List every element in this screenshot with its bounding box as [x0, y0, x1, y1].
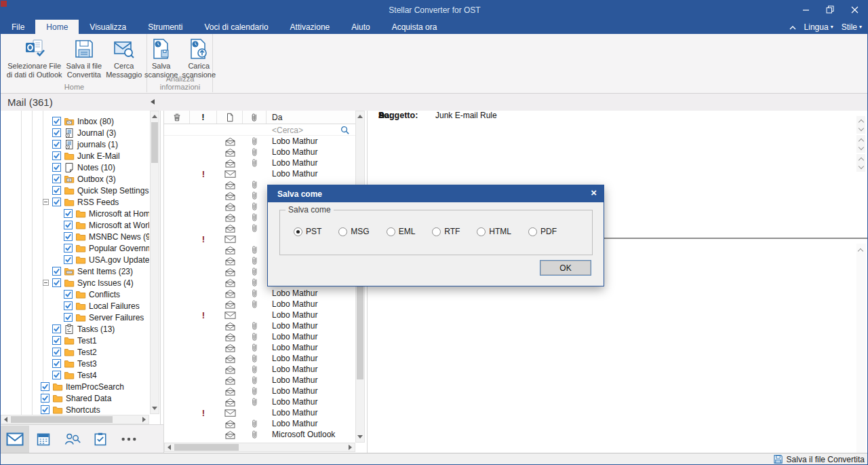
collapse-expander-icon[interactable] — [43, 199, 49, 205]
tree-item[interactable]: Tasks (13) — [1, 323, 149, 335]
checkbox[interactable] — [64, 232, 73, 241]
scroll-down-icon[interactable] — [357, 435, 363, 439]
delete-column-header[interactable] — [164, 111, 190, 124]
scrollbar-thumb[interactable] — [174, 444, 239, 451]
collapse-panel-icon[interactable] — [151, 99, 155, 105]
tree-item[interactable]: Test3 — [1, 358, 149, 369]
menu-tab[interactable]: File — [1, 20, 35, 34]
tree-item[interactable]: Local Failures — [1, 300, 149, 312]
close-icon[interactable] — [843, 1, 866, 18]
checkbox[interactable] — [52, 324, 61, 333]
checkbox[interactable] — [64, 244, 73, 253]
checkbox[interactable] — [52, 267, 61, 276]
ok-button[interactable]: OK — [540, 260, 591, 276]
tree-item[interactable]: Test4 — [1, 369, 149, 381]
mail-row[interactable]: ! Lobo Mathur — [164, 331, 355, 342]
menu-tab[interactable]: Attivazione — [279, 20, 341, 34]
scrollbar-thumb[interactable] — [11, 416, 113, 423]
radio-icon[interactable] — [432, 227, 441, 236]
mail-row[interactable]: ! Lobo Mathur — [164, 375, 355, 386]
checkbox[interactable] — [64, 301, 73, 310]
format-radio-option[interactable]: EML — [387, 227, 416, 236]
ribbon-button[interactable]: Cerca Messaggio — [104, 36, 143, 81]
menu-tab[interactable]: Visualizza — [79, 20, 137, 34]
radio-icon[interactable] — [338, 227, 347, 236]
search-input[interactable]: <Cerca> — [272, 126, 303, 135]
tree-item[interactable]: Notes (10) — [1, 162, 149, 173]
nav-item[interactable] — [86, 426, 115, 453]
importance-column-header[interactable]: ! — [190, 111, 217, 124]
scroll-up-icon[interactable] — [357, 115, 363, 118]
tree-item[interactable]: USA.gov Updates: — [1, 254, 149, 265]
mail-row[interactable]: ! Lobo Mathur — [164, 386, 355, 396]
nav-item[interactable] — [115, 426, 143, 453]
tree-item[interactable]: Shared Data — [1, 392, 149, 404]
radio-icon[interactable] — [477, 227, 486, 236]
menu-tab[interactable]: Aiuto — [340, 20, 380, 34]
menu-tab[interactable]: Strumenti — [137, 20, 193, 34]
tree-item[interactable]: Test2 — [1, 346, 149, 358]
tree-item[interactable]: journals (1) — [1, 138, 149, 150]
ribbon-button[interactable]: Salva il file Convertita — [65, 36, 104, 81]
style-menu[interactable]: Stile ▾ — [839, 22, 865, 32]
field-scrollbar[interactable] — [856, 116, 865, 134]
scrollbar-thumb[interactable] — [151, 122, 158, 163]
tree-item[interactable]: Test1 — [1, 335, 149, 346]
radio-icon[interactable] — [528, 227, 537, 236]
radio-icon[interactable] — [294, 227, 302, 236]
scroll-left-icon[interactable] — [167, 445, 171, 450]
field-scrollbar[interactable] — [856, 135, 865, 153]
checkbox[interactable] — [52, 198, 61, 206]
tree-scrollbar-vertical[interactable] — [150, 111, 159, 414]
attachment-column-header[interactable] — [243, 111, 267, 124]
checkbox[interactable] — [52, 163, 61, 172]
checkbox[interactable] — [52, 348, 61, 356]
list-scrollbar-horizontal[interactable] — [164, 443, 355, 452]
mail-row[interactable]: ! Lobo Mathur — [164, 136, 355, 147]
field-scrollbar[interactable] — [856, 154, 865, 172]
language-menu[interactable]: Lingua ▾ — [802, 22, 836, 32]
mail-row[interactable]: ! Lobo Mathur — [164, 364, 355, 375]
dialog-title-bar[interactable]: Salva come × — [268, 185, 604, 202]
checkbox[interactable] — [52, 128, 61, 137]
ribbon-button[interactable]: Selezionare File di dati di Outlook — [5, 36, 64, 81]
mail-row[interactable]: ! Microsoft Outlook — [164, 429, 355, 440]
tree-item[interactable]: Microsoft at Work — [1, 219, 149, 231]
format-radio-option[interactable]: PDF — [528, 227, 557, 236]
scroll-right-icon[interactable] — [142, 417, 146, 422]
tree-item[interactable]: MSNBC News (99) — [1, 231, 149, 242]
tree-item[interactable]: RSS Feeds — [1, 196, 149, 208]
checkbox[interactable] — [52, 117, 61, 126]
dialog-close-icon[interactable]: × — [591, 187, 597, 198]
scroll-down-icon[interactable] — [152, 407, 157, 410]
mail-row[interactable]: ! Lobo Mathur — [164, 299, 355, 310]
menu-tab[interactable]: Voci di calendario — [194, 20, 279, 34]
checkbox[interactable] — [64, 209, 73, 218]
tree-item[interactable]: Outbox (3) — [1, 173, 149, 185]
tree-item[interactable]: Popular Governme — [1, 242, 149, 254]
checkbox[interactable] — [41, 394, 50, 403]
item-type-column-header[interactable] — [217, 111, 243, 124]
mail-row[interactable]: ! Lobo Mathur — [164, 288, 355, 299]
scroll-up-icon[interactable] — [858, 248, 863, 254]
checkbox[interactable] — [52, 174, 61, 183]
search-row[interactable]: <Cerca> — [164, 124, 355, 136]
checkbox[interactable] — [52, 140, 61, 149]
format-radio-option[interactable]: HTML — [477, 227, 511, 236]
radio-icon[interactable] — [387, 227, 395, 236]
nav-item[interactable] — [58, 426, 86, 453]
mail-row[interactable]: ! Lobo Mathur — [164, 147, 355, 157]
mail-row[interactable]: ! Lobo Mathur — [164, 310, 355, 320]
checkbox[interactable] — [64, 255, 73, 264]
tree-item[interactable]: Microsoft at Home — [1, 208, 149, 219]
scroll-right-icon[interactable] — [349, 445, 352, 450]
checkbox[interactable] — [64, 221, 73, 229]
body-scrollbar-vertical[interactable] — [856, 244, 866, 465]
tree-item[interactable]: ItemProcSearch — [1, 381, 149, 392]
format-radio-option[interactable]: PST — [294, 227, 321, 236]
mail-row[interactable]: ! Lobo Mathur — [164, 418, 355, 429]
restore-icon[interactable] — [818, 1, 842, 18]
save-converted-file-link[interactable]: Salva il file Convertita — [773, 454, 865, 464]
checkbox[interactable] — [52, 336, 61, 345]
checkbox[interactable] — [52, 359, 61, 368]
